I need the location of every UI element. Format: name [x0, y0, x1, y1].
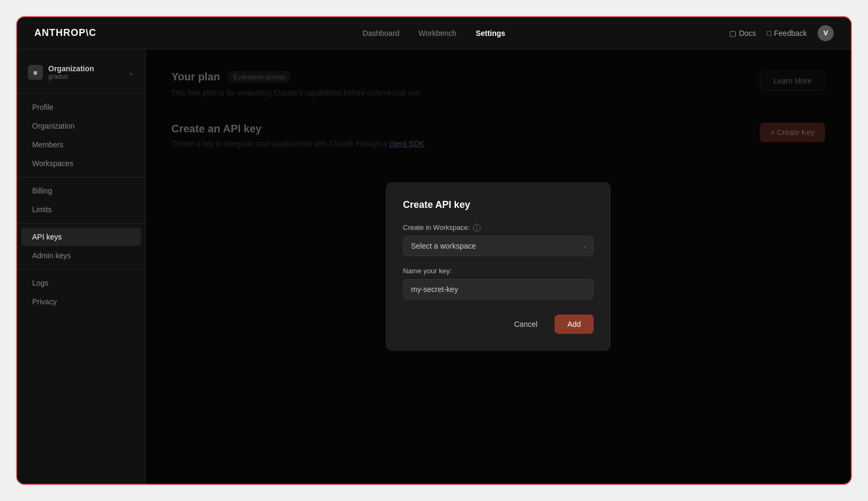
workspace-select[interactable]: Select a workspace [403, 236, 594, 256]
sidebar-divider-3 [17, 223, 145, 223]
modal-overlay: Create API key Create in Workspace: i Se… [146, 49, 851, 484]
sidebar-item-billing[interactable]: Billing [21, 182, 141, 200]
sidebar-org-left: ■ Organization gradus [28, 64, 94, 80]
key-name-label: Name your key: [403, 267, 594, 275]
sidebar-item-workspaces[interactable]: Workspaces [21, 154, 141, 173]
docs-icon: ▢ [729, 29, 736, 38]
sidebar-divider-2 [17, 177, 145, 177]
nav-workbench[interactable]: Workbench [418, 29, 457, 38]
sidebar-item-logs[interactable]: Logs [21, 274, 141, 292]
add-button[interactable]: Add [555, 315, 594, 334]
key-name-input[interactable] [403, 279, 594, 300]
org-sub: gradus [48, 73, 94, 80]
avatar[interactable]: V [818, 25, 834, 41]
main-layout: ■ Organization gradus ⌄ Profile Organiza… [17, 49, 851, 484]
sidebar-divider [17, 93, 145, 94]
create-api-key-modal: Create API key Create in Workspace: i Se… [386, 182, 611, 351]
org-icon: ■ [28, 65, 43, 80]
sidebar-item-profile[interactable]: Profile [21, 98, 141, 116]
feedback-link[interactable]: □ Feedback [767, 29, 807, 38]
sidebar-item-admin-keys[interactable]: Admin keys [21, 246, 141, 265]
workspace-label: Create in Workspace: i [403, 223, 594, 231]
feedback-icon: □ [767, 29, 771, 38]
modal-actions: Cancel Add [403, 315, 594, 334]
nav-center: Dashboard Workbench Settings [363, 29, 505, 38]
sidebar-org[interactable]: ■ Organization gradus ⌄ [17, 60, 145, 89]
org-name: Organization [48, 64, 94, 73]
nav-dashboard[interactable]: Dashboard [363, 29, 400, 38]
sidebar-item-members[interactable]: Members [21, 136, 141, 154]
workspace-select-wrapper: Select a workspace ⌄ [403, 236, 594, 256]
sidebar-item-organization[interactable]: Organization [21, 117, 141, 135]
nav-settings[interactable]: Settings [476, 29, 505, 38]
sidebar-item-limits[interactable]: Limits [21, 200, 141, 219]
sidebar-item-privacy[interactable]: Privacy [21, 293, 141, 311]
info-icon[interactable]: i [473, 224, 481, 231]
topnav: ANTHROP\C Dashboard Workbench Settings ▢… [17, 17, 851, 49]
docs-link[interactable]: ▢ Docs [729, 29, 756, 38]
sidebar-item-api-keys[interactable]: API keys [21, 228, 141, 246]
chevron-down-icon: ⌄ [128, 68, 134, 77]
logo: ANTHROP\C [34, 27, 96, 39]
modal-title: Create API key [403, 199, 594, 211]
nav-right: ▢ Docs □ Feedback V [729, 25, 834, 41]
sidebar-divider-4 [17, 269, 145, 270]
sidebar: ■ Organization gradus ⌄ Profile Organiza… [17, 49, 146, 484]
content: Your plan Evaluation access This free pl… [146, 49, 851, 484]
cancel-button[interactable]: Cancel [503, 315, 548, 334]
